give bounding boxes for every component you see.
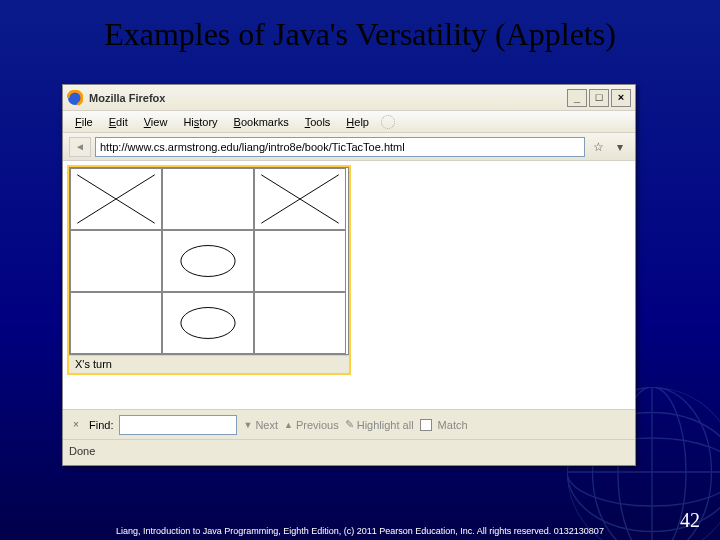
close-button[interactable]: × bbox=[611, 89, 631, 107]
address-input[interactable]: http://www.cs.armstrong.edu/liang/intro8… bbox=[95, 137, 585, 157]
find-label: Find: bbox=[89, 419, 113, 431]
menu-history[interactable]: History bbox=[175, 114, 225, 130]
tictactoe-grid bbox=[69, 167, 349, 355]
page-content: X's turn bbox=[63, 161, 635, 409]
up-arrow-icon: ▲ bbox=[284, 420, 293, 430]
menubar: File Edit View History Bookmarks Tools H… bbox=[63, 111, 635, 133]
menu-bookmarks[interactable]: Bookmarks bbox=[226, 114, 297, 130]
firefox-icon bbox=[67, 90, 83, 106]
throbber-icon bbox=[381, 115, 395, 129]
cell-2-2[interactable] bbox=[254, 292, 346, 354]
cell-2-1[interactable] bbox=[162, 292, 254, 354]
menu-file[interactable]: File bbox=[67, 114, 101, 130]
menu-view[interactable]: View bbox=[136, 114, 176, 130]
cell-0-0[interactable] bbox=[70, 168, 162, 230]
cell-0-1[interactable] bbox=[162, 168, 254, 230]
address-dropdown-icon[interactable]: ▾ bbox=[611, 138, 629, 156]
status-bar: Done bbox=[63, 439, 635, 461]
menu-tools[interactable]: Tools bbox=[297, 114, 339, 130]
page-number: 42 bbox=[680, 509, 700, 532]
match-case-checkbox[interactable] bbox=[420, 419, 432, 431]
cell-1-1[interactable] bbox=[162, 230, 254, 292]
menu-help[interactable]: Help bbox=[338, 114, 377, 130]
cell-0-2[interactable] bbox=[254, 168, 346, 230]
slide-title: Examples of Java's Versatility (Applets) bbox=[0, 0, 720, 61]
status-text: Done bbox=[69, 445, 95, 457]
bookmark-star-icon[interactable]: ☆ bbox=[589, 138, 607, 156]
tictactoe-applet: X's turn bbox=[67, 165, 351, 375]
highlight-all-button[interactable]: ✎Highlight all bbox=[345, 418, 414, 431]
svg-point-13 bbox=[181, 246, 235, 277]
cell-2-0[interactable] bbox=[70, 292, 162, 354]
highlight-icon: ✎ bbox=[345, 418, 354, 431]
titlebar[interactable]: Mozilla Firefox _ □ × bbox=[63, 85, 635, 111]
maximize-button[interactable]: □ bbox=[589, 89, 609, 107]
cell-1-2[interactable] bbox=[254, 230, 346, 292]
back-button[interactable]: ◄ bbox=[69, 137, 91, 157]
address-bar-row: ◄ http://www.cs.armstrong.edu/liang/intr… bbox=[63, 133, 635, 161]
find-next-button[interactable]: ▼Next bbox=[243, 419, 278, 431]
find-close-icon[interactable]: × bbox=[69, 418, 83, 432]
find-bar: × Find: ▼Next ▲Previous ✎Highlight all M… bbox=[63, 409, 635, 439]
minimize-button[interactable]: _ bbox=[567, 89, 587, 107]
slide-footer: Liang, Introduction to Java Programming,… bbox=[0, 526, 720, 536]
applet-status: X's turn bbox=[69, 355, 349, 373]
down-arrow-icon: ▼ bbox=[243, 420, 252, 430]
cell-1-0[interactable] bbox=[70, 230, 162, 292]
menu-edit[interactable]: Edit bbox=[101, 114, 136, 130]
find-previous-button[interactable]: ▲Previous bbox=[284, 419, 339, 431]
window-title: Mozilla Firefox bbox=[89, 92, 565, 104]
match-case-label: Match bbox=[438, 419, 468, 431]
svg-point-14 bbox=[181, 308, 235, 339]
find-input[interactable] bbox=[119, 415, 237, 435]
firefox-window: Mozilla Firefox _ □ × File Edit View His… bbox=[62, 84, 636, 466]
